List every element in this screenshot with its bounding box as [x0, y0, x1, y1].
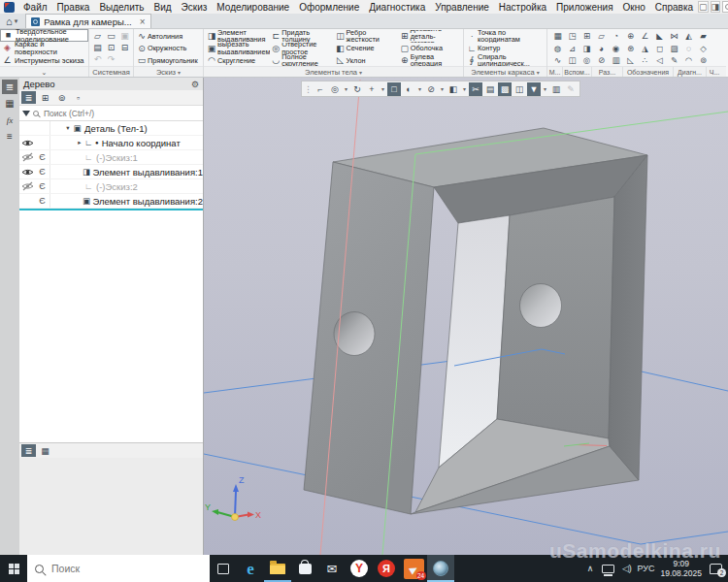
eye-icon[interactable]	[21, 139, 34, 147]
preview-icon[interactable]: ⊡	[105, 42, 118, 53]
tool-icon[interactable]: ◮	[638, 43, 652, 55]
chevron-down-icon[interactable]: ▾	[542, 82, 548, 96]
cut-extrude-button[interactable]: ▣Вырезать выдавливанием	[206, 43, 270, 55]
thicken-button[interactable]: ⊏Придать толщину	[270, 30, 334, 43]
new-document-icon[interactable]: ▱	[91, 30, 105, 42]
filter-objects-icon[interactable]: ▼	[527, 82, 541, 96]
tool-icon[interactable]: ⊛	[623, 43, 638, 55]
point-by-coordinates-button[interactable]: ∙Точка по координатам	[466, 30, 546, 43]
full-fillet-button[interactable]: ◡Полное скругление	[270, 54, 334, 66]
mode-wireframe-surfaces[interactable]: ◈ Каркас и поверхности	[0, 42, 88, 54]
simple-hole-button[interactable]: ◎Отверстие простое	[270, 43, 334, 55]
tree-row-origin[interactable]: ▸ ∟ ● Начало координат	[19, 136, 203, 150]
taskbar-search-box[interactable]	[27, 555, 210, 582]
modes-footer[interactable]: ⌄	[0, 66, 88, 77]
cylindrical-spiral-button[interactable]: ∮Спираль цилиндрическ...	[466, 54, 546, 66]
columns-icon[interactable]: ▥	[549, 82, 563, 96]
chevron-down-icon[interactable]: ▾	[537, 69, 540, 76]
tool-icon[interactable]: ∴	[638, 54, 652, 66]
tree-sequence-icon[interactable]: ⊞	[38, 91, 52, 104]
expand-icon[interactable]: ▸	[76, 139, 83, 146]
clip-view-icon[interactable]: ◧	[447, 82, 460, 96]
toolbar-grip[interactable]: ⋮	[304, 82, 313, 96]
volume-icon[interactable]: ◁)	[618, 555, 635, 582]
gear-icon[interactable]: ⚙	[191, 80, 199, 89]
tree-row-extrude1[interactable]: Є ◨ Элемент выдавливания:1	[19, 165, 203, 179]
layers-icon[interactable]: ◫	[513, 82, 526, 96]
menu-layout[interactable]: Оформление	[294, 1, 364, 14]
move-axes-icon[interactable]: +	[365, 82, 379, 96]
start-button[interactable]	[0, 555, 27, 582]
tool-icon[interactable]: ◭	[681, 30, 696, 43]
tree-search-box[interactable]	[19, 106, 203, 121]
expand-icon[interactable]: ▾	[64, 124, 72, 132]
tool-icon[interactable]: ⋈	[667, 30, 681, 43]
chevron-down-icon[interactable]: ▾	[178, 69, 181, 76]
fillet-button[interactable]: ◠Скругление	[206, 54, 270, 66]
store-button[interactable]	[291, 555, 318, 582]
tool-icon[interactable]: ∠	[638, 30, 652, 43]
rotate-icon[interactable]: ↻	[350, 82, 364, 96]
tool-icon[interactable]: ⊕	[623, 30, 638, 43]
list-panel-icon[interactable]: ≡	[2, 129, 17, 144]
menu-view[interactable]: Вид	[149, 1, 177, 14]
shell-button[interactable]: ▢Оболочка	[399, 43, 463, 55]
tool-icon[interactable]: ⊞	[579, 30, 594, 43]
file-explorer-button[interactable]	[264, 555, 291, 582]
tool-icon[interactable]: ◨	[579, 43, 594, 55]
chevron-down-icon[interactable]: ▾	[359, 69, 362, 76]
tool-icon[interactable]: ◎	[579, 54, 594, 66]
task-view-button[interactable]	[210, 555, 237, 582]
contour-button[interactable]: ∟Контур	[466, 43, 546, 55]
add-stock-part-button[interactable]: ⊞Добавить деталь-заготов...	[399, 30, 463, 43]
menu-settings[interactable]: Настройка	[494, 1, 551, 14]
3d-viewport[interactable]: Z X Y ⋮ ⌐ ◎ ▾ ↻ + ▾ □ ◐ ▾ ⊘ ▾ ◧ ▾ ✂	[204, 78, 728, 555]
tool-icon[interactable]: ◍	[550, 43, 565, 55]
tool-icon[interactable]: ◉	[609, 43, 623, 55]
messenger-button[interactable]: ▶ 24	[400, 555, 427, 582]
tree-row-sketch2[interactable]: Є ∟ (-)Эскиз:2	[19, 179, 203, 194]
menu-diagnostics[interactable]: Диагностика	[364, 1, 430, 14]
tool-icon[interactable]: ∿	[550, 54, 565, 66]
tool-icon[interactable]: ◫	[565, 54, 579, 66]
menu-edit[interactable]: Правка	[52, 1, 95, 14]
tool-icon[interactable]: ◁	[652, 54, 667, 66]
language-indicator[interactable]: РУС	[637, 555, 654, 582]
print-icon[interactable]: ▤	[91, 42, 105, 53]
presentation-icon[interactable]: ◨	[711, 1, 721, 13]
tool-icon[interactable]: ▥	[609, 54, 623, 66]
redo-icon[interactable]: ↷	[105, 53, 118, 65]
yandex-browser-button[interactable]: Y	[346, 555, 373, 582]
local-cs-icon[interactable]: ⌐	[314, 82, 327, 96]
tool-icon[interactable]: ◳	[565, 30, 579, 43]
menu-applications[interactable]: Приложения	[551, 1, 618, 14]
variables-panel-icon[interactable]: fx	[2, 113, 17, 127]
secondary-tab-icon[interactable]: ▦	[38, 444, 52, 457]
tool-icon[interactable]: ◌	[681, 43, 696, 55]
home-menu-button[interactable]: ⌂ ▾	[2, 15, 21, 28]
tree-row-part[interactable]: ▾ ▣ Деталь (Тел-1)	[19, 121, 203, 136]
clock[interactable]: 9:09 19.08.2025	[656, 559, 706, 578]
hide-objects-icon[interactable]: ⊘	[424, 82, 438, 96]
tool-icon[interactable]: ◇	[696, 43, 711, 55]
kompas-3d-button[interactable]	[427, 555, 454, 582]
menu-help[interactable]: Справка	[650, 1, 698, 14]
tool-icon[interactable]: ▨	[667, 43, 681, 55]
tool-icon[interactable]: ◺	[623, 54, 638, 66]
save-as-icon[interactable]: ⊟	[118, 42, 132, 53]
part-right-face[interactable]	[609, 155, 647, 480]
section-view-icon[interactable]: ✂	[469, 82, 482, 96]
tree-search-input[interactable]	[44, 109, 200, 118]
taskbar-search-input[interactable]	[51, 563, 202, 574]
open-icon[interactable]: ▭	[105, 30, 118, 42]
edge-button[interactable]: e	[237, 555, 264, 582]
eye-off-icon[interactable]	[21, 181, 34, 191]
save-icon[interactable]: ▣	[118, 30, 132, 42]
command-search-box[interactable]	[722, 1, 728, 13]
image-quality-icon[interactable]: ▩	[498, 82, 512, 96]
tool-icon[interactable]: ◔	[609, 30, 623, 43]
menu-select[interactable]: Выделить	[94, 1, 149, 14]
tool-icon[interactable]: ⊿	[565, 43, 579, 55]
extrude-button[interactable]: ◨Элемент выдавливания	[206, 30, 270, 43]
menu-file[interactable]: Файл	[18, 1, 52, 14]
